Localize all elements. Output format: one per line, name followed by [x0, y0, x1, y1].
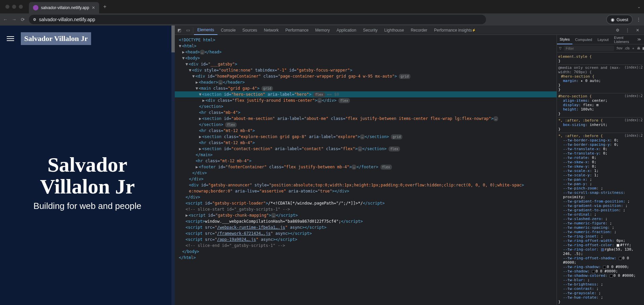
browser-tab[interactable]: salvador-villalon.netlify.app ✕ — [29, 2, 99, 13]
url-text: salvador-villalon.netlify.app — [39, 17, 95, 22]
dom-node[interactable]: <div id="gatsby-announcer" style="positi… — [175, 182, 557, 188]
styles-sidebar: StylesComputedLayoutEvent Listeners≫ ▽ :… — [557, 35, 644, 305]
dom-node[interactable]: ▶<section id="about-me-section" aria-lab… — [175, 116, 557, 122]
hero-title: Salvador Villalon Jr — [0, 154, 175, 198]
devtools-tab-application[interactable]: Application — [333, 26, 360, 35]
print-icon[interactable]: 🖶 — [637, 46, 640, 50]
dom-node[interactable]: <hr class="mt-12 mb-4"> — [175, 128, 557, 134]
styles-sidebar-tabs: StylesComputedLayoutEvent Listeners≫ — [557, 35, 644, 44]
dom-node[interactable]: <!-- slice-end id="_gatsby-scripts-1" --… — [175, 243, 557, 249]
dom-node[interactable]: ▼<section id="hero-section" aria-label="… — [175, 91, 557, 97]
devtools-tab-recorder[interactable]: Recorder — [407, 26, 431, 35]
toolbar: ← → ⟳ ⚙ salvador-villalon.netlify.app ◉ … — [0, 13, 644, 26]
hero-title-line1: Salvador — [47, 153, 127, 176]
dom-node[interactable]: ▶<footer id="footerContainer" class="fle… — [175, 164, 557, 170]
devtools-tab-network[interactable]: Network — [260, 26, 282, 35]
dom-node[interactable]: ▶<div class="flex justify-around items-c… — [175, 97, 557, 103]
devtools-tab-memory[interactable]: Memory — [312, 26, 333, 35]
hero-title-line2: Villalon Jr — [40, 175, 135, 198]
dom-node[interactable]: </div> — [175, 176, 557, 182]
dom-node[interactable]: ▶<section class="explore-section grid ga… — [175, 134, 557, 140]
dom-node[interactable]: ▶<head>…</head> — [175, 49, 557, 55]
css-rule[interactable]: (index):2*, :after, :before {box-sizing:… — [558, 118, 643, 133]
css-rule[interactable]: element.style {} — [558, 54, 643, 65]
sidebar-tab-styles[interactable]: Styles — [557, 35, 572, 44]
dom-node[interactable]: </div> — [175, 170, 557, 176]
brand-badge[interactable]: Salvador Villalon Jr — [21, 32, 91, 45]
minimize-window-icon[interactable] — [12, 5, 16, 9]
guest-label: Guest — [616, 17, 628, 22]
new-tab-button[interactable]: + — [103, 4, 106, 10]
devtools-tab-sources[interactable]: Sources — [239, 26, 260, 35]
gear-icon[interactable]: ⚙ — [613, 28, 622, 33]
dom-node[interactable]: <hr class="mt-12 mb-4"> — [175, 140, 557, 146]
address-bar[interactable]: ⚙ salvador-villalon.netlify.app — [29, 15, 486, 24]
kebab-menu-icon[interactable]: ⋮ — [636, 17, 641, 22]
dom-node[interactable]: <hr class="mt-12 mb-4"> — [175, 158, 557, 164]
css-rule[interactable]: (index):2@media only screen and (max-wid… — [558, 65, 643, 93]
devtools-tab-lighthouse[interactable]: Lighthouse — [381, 26, 407, 35]
inspect-icon[interactable]: ◩ — [175, 28, 184, 33]
dom-node[interactable]: <script id="gatsby-script-loader">/*<!CD… — [175, 200, 557, 206]
sidebar-tab-layout[interactable]: Layout — [595, 35, 611, 44]
chevron-down-icon[interactable]: ⌄ — [637, 4, 644, 9]
close-window-icon[interactable] — [5, 5, 9, 9]
dom-node[interactable]: </section> — [175, 103, 557, 110]
device-toggle-icon[interactable]: ▭ — [184, 28, 192, 33]
dom-node[interactable]: ▼<div id="___gatsby"> — [175, 61, 557, 67]
css-rule[interactable]: (index):2#hero-section {align-items: cen… — [558, 93, 643, 118]
dom-node[interactable]: </div> — [175, 194, 557, 200]
site-info-icon[interactable]: ⚙ — [33, 17, 36, 22]
dom-node[interactable]: ▼<body> — [175, 55, 557, 61]
hamburger-menu-icon[interactable] — [7, 36, 14, 41]
kebab-icon[interactable]: ⋮ — [623, 28, 632, 33]
back-icon[interactable]: ← — [3, 17, 8, 22]
tab-bar: salvador-villalon.netlify.app ✕ + ⌄ — [0, 0, 644, 13]
dom-node[interactable]: e:nowrap;border:0" aria-live="assertive"… — [175, 188, 557, 194]
add-rule-icon[interactable]: ＋ — [632, 46, 635, 51]
guest-profile-button[interactable]: ◉ Guest — [606, 15, 633, 24]
dom-node[interactable]: </body> — [175, 249, 557, 255]
css-rule[interactable]: (index):2*, :after, :before {--tw-border… — [558, 133, 643, 305]
devtools-tab-security[interactable]: Security — [360, 26, 381, 35]
hero-subtitle: Building for web and people — [0, 201, 175, 211]
dom-node[interactable]: <script>window.___webpackCompilationHash… — [175, 218, 557, 224]
dom-node[interactable]: <!DOCTYPE html> — [175, 37, 557, 43]
styles-filter-input[interactable] — [564, 46, 614, 51]
hov-toggle[interactable]: :hov — [616, 46, 622, 50]
dom-node[interactable]: ▼<div id="homePageContainer" class="page… — [175, 73, 557, 79]
dom-node[interactable]: ▼<main class="grid gap-4">grid — [175, 85, 557, 91]
dom-node[interactable]: </html> — [175, 255, 557, 261]
dom-node[interactable]: ▶<section id="contact-section" aria-labe… — [175, 146, 557, 152]
dom-node[interactable]: <hr class="mb-4"> — [175, 110, 557, 116]
devtools-tab-performance-insights[interactable]: Performance insights ⚡ — [431, 26, 479, 35]
reload-icon[interactable]: ⟳ — [20, 17, 26, 22]
dom-node[interactable]: ▶<script id="gatsby-chunk-mapping">…</sc… — [175, 212, 557, 218]
computed-toggle-icon[interactable]: ◧ — [642, 46, 644, 50]
close-tab-icon[interactable]: ✕ — [92, 5, 95, 10]
dom-node[interactable]: <script src="/app-19a9024….js" async></s… — [175, 236, 557, 243]
devtools-tab-console[interactable]: Console — [217, 26, 239, 35]
dom-node[interactable]: </main> — [175, 152, 557, 158]
sidebar-tab-computed[interactable]: Computed — [572, 35, 595, 44]
dom-node[interactable]: ▼<html> — [175, 43, 557, 49]
sidebar-more-icon[interactable]: ≫ — [635, 35, 644, 44]
close-devtools-icon[interactable]: ✕ — [633, 28, 642, 33]
dom-node[interactable]: ▶<header>…</header> — [175, 79, 557, 85]
forward-icon[interactable]: → — [11, 17, 17, 22]
dom-node[interactable]: ▼<div style="outline:none" tabindex="-1"… — [175, 67, 557, 73]
dom-node[interactable]: </section>flex — [175, 122, 557, 128]
scrollbar[interactable] — [171, 26, 175, 305]
sidebar-tab-event-listeners[interactable]: Event Listeners — [611, 35, 635, 44]
devtools-tab-performance[interactable]: Performance — [282, 26, 312, 35]
dom-node[interactable]: <script src="/framework-6721434….js" asy… — [175, 230, 557, 236]
elements-tree[interactable]: <!DOCTYPE html>▼<html>▶<head>…</head>▼<b… — [175, 35, 557, 305]
dom-node[interactable]: <script src="/webpack-runtime-1fbe5a1….j… — [175, 224, 557, 230]
zoom-window-icon[interactable] — [19, 5, 23, 9]
devtools-tab-elements[interactable]: Elements — [194, 26, 217, 35]
cls-toggle[interactable]: .cls — [625, 46, 630, 50]
tab-title: salvador-villalon.netlify.app — [41, 5, 89, 10]
devtools: ◩ ▭ ElementsConsoleSourcesNetworkPerform… — [175, 26, 644, 305]
dom-node[interactable]: <!-- slice-start id="_gatsby-scripts-1" … — [175, 206, 557, 212]
styles-rules[interactable]: element.style {}(index):2@media only scr… — [557, 52, 644, 305]
